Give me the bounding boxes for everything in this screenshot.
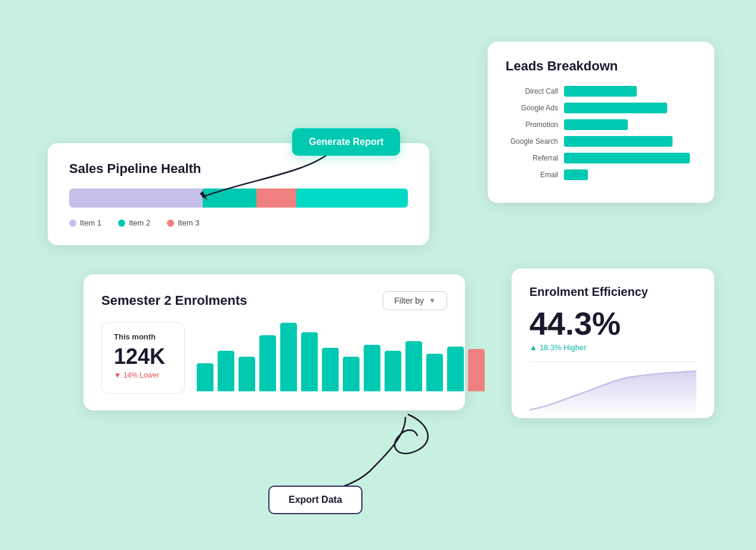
bar-col [322,348,339,391]
export-data-button[interactable]: Export Data [268,486,362,514]
leads-row: Google Ads [506,103,696,113]
enrolments-stat: This month 124K ▼ 14% Lower [101,322,185,394]
leads-row-label: Referral [506,154,558,162]
efficiency-change-text: 18.3% Higher [540,343,587,352]
efficiency-card: Enrolment Efficiency 44.3% ▲ 18.3% Highe… [512,268,714,418]
leads-bar-fill [564,103,667,113]
enrolments-header: Semester 2 Enrolments Filter by ▼ [101,291,447,310]
chevron-down-icon: ▼ [429,296,436,305]
bar-col [197,363,213,391]
pipeline-seg2 [203,189,256,208]
leads-bar-fill [564,119,628,130]
leads-title: Leads Breakdown [506,58,696,74]
stat-change: ▼ 14% Lower [114,371,172,379]
efficiency-change: ▲ 18.3% Higher [529,343,696,352]
leads-row-label: Direct Call [506,87,558,95]
legend-dot-1 [69,220,76,227]
pipeline-title: Sales Pipeline Health [69,161,408,177]
bar-col [426,354,443,391]
legend-label-3: Item 3 [178,218,199,227]
efficiency-title: Enrolment Efficiency [529,285,696,299]
leads-bar-wrap [564,103,696,113]
bar-col [385,351,401,391]
leads-card: Leads Breakdown Direct Call Google Ads P… [488,42,714,203]
bar-col [343,357,360,391]
bar-col [405,341,422,391]
leads-bar-wrap [564,136,696,147]
leads-bar-wrap [564,169,696,180]
pipeline-seg1 [69,189,203,208]
leads-bar-wrap [564,119,696,130]
leads-rows: Direct Call Google Ads Promotion Google … [506,86,696,180]
legend-dot-2 [118,220,125,227]
leads-row-label: Google Ads [506,104,558,112]
leads-bar-fill [564,136,673,147]
leads-bar-fill [564,153,690,163]
leads-bar-wrap [564,153,696,163]
legend-item-2: Item 2 [118,218,150,227]
legend-item-1: Item 1 [69,218,101,227]
legend-item-3: Item 3 [167,218,199,227]
bar-col [301,332,318,391]
stat-label: This month [114,332,172,341]
leads-row-label: Promotion [506,120,558,129]
filter-button[interactable]: Filter by ▼ [383,291,447,310]
bar-col [447,347,464,391]
enrolments-body: This month 124K ▼ 14% Lower [101,322,447,394]
generate-report-button[interactable]: Generate Report [292,128,400,156]
stat-change-text: 14% Lower [123,371,159,379]
enrolments-card: Semester 2 Enrolments Filter by ▼ This m… [83,274,465,410]
bar-col [280,323,297,391]
stat-value: 124K [114,345,172,369]
leads-bar-fill [564,169,588,180]
up-arrow-icon: ▲ [529,343,537,352]
leads-row: Direct Call [506,86,696,97]
bar-col [238,357,255,391]
leads-row: Referral [506,153,696,163]
pipeline-card: Sales Pipeline Health Item 1 Item 2 Item… [48,143,429,245]
legend-label-1: Item 1 [80,218,101,227]
leads-row: Email [506,169,696,180]
enrolments-chart [197,322,485,394]
legend-dot-3 [167,220,174,227]
pipeline-bar [69,189,408,208]
leads-row-label: Google Search [506,137,558,146]
efficiency-value: 44.3% [529,307,696,339]
bar-col [364,345,380,391]
legend-label-2: Item 2 [129,218,150,227]
leads-row-label: Email [506,171,558,179]
leads-row: Promotion [506,119,696,130]
pipeline-legend: Item 1 Item 2 Item 3 [69,218,408,227]
leads-bar-fill [564,86,637,97]
pipeline-seg4 [296,189,408,208]
leads-row: Google Search [506,136,696,147]
leads-bar-wrap [564,86,696,97]
filter-label: Filter by [394,296,424,305]
efficiency-chart [529,362,696,416]
enrolments-title: Semester 2 Enrolments [101,293,247,308]
bar-col [259,335,276,391]
pipeline-seg3 [256,189,296,208]
bar-col [468,349,485,391]
down-arrow-icon: ▼ [114,371,121,379]
bar-col [218,351,234,391]
